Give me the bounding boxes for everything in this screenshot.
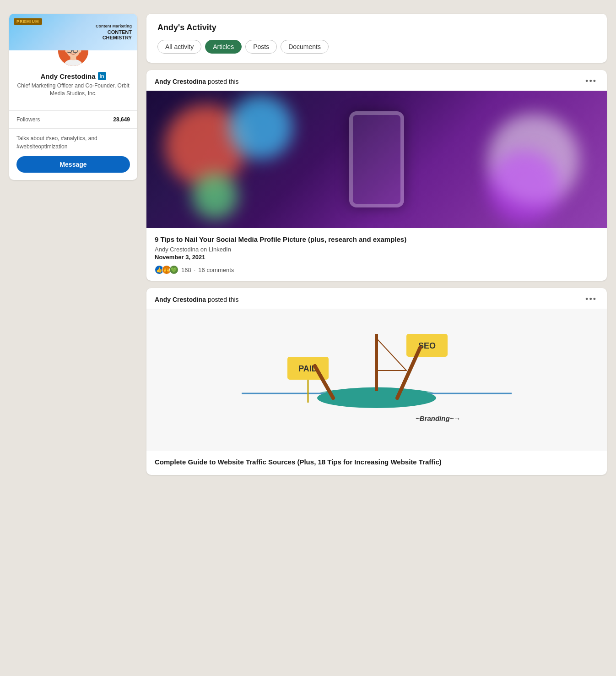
post-body-1: 9 Tips to Nail Your Social Media Profile… — [146, 228, 607, 281]
more-options-button-1[interactable]: ••• — [584, 76, 599, 86]
comments-count-1: 16 comments — [198, 267, 234, 273]
tab-articles[interactable]: Articles — [205, 40, 242, 54]
seo-infographic: PAID SEO ~Branding~→ — [242, 311, 512, 448]
post-body-2: Complete Guide to Website Traffic Source… — [146, 451, 607, 475]
post-header-1: Andy Crestodina posted this ••• — [146, 70, 607, 91]
activity-title: Andy's Activity — [157, 23, 596, 33]
more-options-button-2[interactable]: ••• — [584, 294, 599, 304]
banner-book-title: CONTENTCHEMISTRY — [96, 29, 132, 40]
profile-card: PREMIUM Content Marketing CONTENTCHEMIST… — [9, 14, 137, 180]
followers-label: Followers — [16, 116, 40, 123]
post-card-1: Andy Crestodina posted this ••• 9 Tips t… — [146, 70, 607, 281]
main-content: Andy's Activity All activity Articles Po… — [146, 14, 607, 475]
profile-name: Andy Crestodina in — [16, 72, 130, 80]
svg-marker-21 — [377, 338, 406, 371]
support-icon: 💚 — [169, 265, 178, 274]
linkedin-icon: in — [98, 72, 106, 80]
profile-stats: Followers 28,649 — [9, 110, 137, 129]
tab-all-activity[interactable]: All activity — [157, 40, 201, 54]
reaction-icons-1: 👍 🙌 💚 — [155, 265, 178, 274]
post-source-1: Andy Crestodina on LinkedIn — [155, 246, 599, 253]
post-card-2: Andy Crestodina posted this ••• PAID SEO — [146, 288, 607, 475]
post-image-1 — [146, 91, 607, 228]
profile-tags: Talks about #seo, #analytics, and #websi… — [9, 134, 137, 151]
sidebar: PREMIUM Content Marketing CONTENTCHEMIST… — [9, 14, 137, 180]
post-image-2: PAID SEO ~Branding~→ — [146, 309, 607, 451]
post-author-2: Andy Crestodina posted this — [155, 296, 239, 303]
profile-title: Chief Marketing Officer and Co-Founder, … — [16, 82, 130, 98]
post-article-title-1: 9 Tips to Nail Your Social Media Profile… — [155, 234, 599, 244]
profile-info: Andy Crestodina in Chief Marketing Offic… — [9, 72, 137, 105]
followers-count: 28,649 — [113, 116, 130, 123]
svg-text:~Branding~→: ~Branding~→ — [416, 414, 460, 422]
activity-tabs: All activity Articles Posts Documents — [157, 40, 596, 54]
premium-badge: PREMIUM — [14, 18, 42, 25]
message-button[interactable]: Message — [16, 156, 130, 173]
reaction-count-1: 168 — [181, 267, 191, 273]
tab-posts[interactable]: Posts — [245, 40, 277, 54]
profile-banner: PREMIUM Content Marketing CONTENTCHEMIST… — [9, 14, 137, 50]
post-header-2: Andy Crestodina posted this ••• — [146, 288, 607, 309]
tab-documents[interactable]: Documents — [281, 40, 329, 54]
post-author-1: Andy Crestodina posted this — [155, 78, 239, 85]
activity-card: Andy's Activity All activity Articles Po… — [146, 14, 607, 63]
post-date-1: November 3, 2021 — [155, 254, 599, 261]
post-reactions-1: 👍 🙌 💚 168 · 16 comments — [155, 265, 599, 274]
banner-subtitle: Content Marketing — [96, 24, 132, 29]
post-article-title-2: Complete Guide to Website Traffic Source… — [155, 457, 599, 467]
